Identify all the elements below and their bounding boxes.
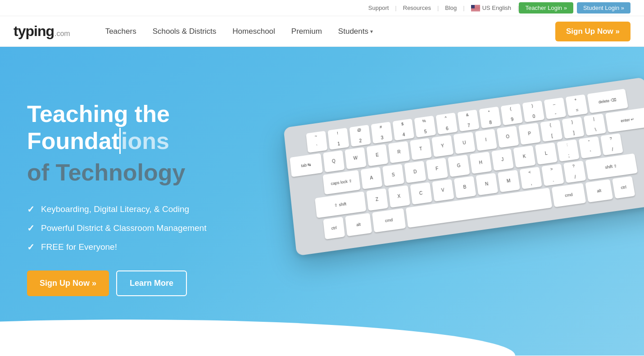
key-fwdslash: ?/	[563, 161, 586, 183]
key-v: V	[432, 179, 454, 202]
key-ctrl-r: ctrl	[612, 176, 635, 198]
keyboard-illustration: ~` !1 @2 #3 $4 %5 ^6 &7 *8 (9 )0 _- += d…	[283, 77, 644, 256]
nav-links: Teachers Schools & Districts Homeschool …	[97, 27, 555, 36]
key-o: O	[497, 126, 519, 148]
key-tilde: ~`	[306, 131, 327, 153]
feature-label-1: Keyboarding, Digital Literacy, & Coding	[41, 204, 189, 214]
key-capslock: caps lock ⇪	[322, 170, 360, 195]
key-cmd-r: cmd	[552, 183, 586, 207]
key-k: K	[513, 145, 535, 167]
hero-content: Teaching the Foundations of Technology ✓…	[27, 83, 288, 296]
feature-3: ✓ FREE for Everyone!	[27, 242, 288, 252]
keyboard: ~` !1 @2 #3 $4 %5 ^6 &7 *8 (9 )0 _- += d…	[283, 77, 644, 256]
students-dropdown-arrow: ▾	[370, 28, 373, 35]
key-m: M	[497, 170, 520, 192]
key-lbracket: {[	[540, 120, 562, 142]
key-period: >.	[541, 164, 564, 186]
teacher-login-button[interactable]: Teacher Login »	[519, 2, 573, 14]
feature-2: ✓ Powerful District & Classroom Manageme…	[27, 223, 288, 234]
key-7: &7	[457, 109, 479, 131]
key-alt-l: alt	[345, 213, 372, 236]
key-1: !1	[327, 128, 349, 150]
key-semicolon: :;	[557, 140, 579, 162]
feature-label-2: Powerful District & Classroom Management	[41, 223, 206, 233]
hero-learn-button[interactable]: Learn More	[116, 270, 187, 296]
hero-section: Teaching the Foundations of Technology ✓…	[0, 47, 644, 356]
key-5: %5	[414, 116, 436, 138]
key-cmd-l: cmd	[372, 208, 406, 233]
language-label: US English	[482, 5, 511, 11]
key-3: #3	[371, 122, 392, 144]
key-i: I	[475, 129, 497, 151]
key-comma: <,	[519, 167, 542, 189]
hero-title: Teaching the Foundations	[27, 101, 288, 155]
key-y: Y	[431, 135, 454, 157]
check-icon-1: ✓	[27, 204, 35, 215]
key-rbracket: }]	[562, 117, 584, 139]
key-w: W	[345, 147, 366, 169]
key-z: Z	[366, 188, 388, 211]
feature-label-3: FREE for Everyone!	[41, 242, 117, 252]
hero-features: ✓ Keyboarding, Digital Literacy, & Codin…	[27, 204, 288, 252]
key-quote: "'	[579, 136, 602, 158]
key-h: H	[470, 152, 492, 174]
key-a: A	[360, 167, 382, 189]
hero-signup-button[interactable]: Sign Up Now »	[27, 270, 109, 296]
top-bar-links: Support | Resources | Blog |	[362, 2, 630, 14]
logo-typing: typing	[14, 23, 54, 40]
nav-schools[interactable]: Schools & Districts	[145, 27, 225, 36]
key-d: D	[404, 161, 426, 183]
logo-dotcom: .com	[54, 30, 70, 38]
nav-homeschool[interactable]: Homeschool	[224, 27, 283, 36]
key-8: *8	[479, 107, 501, 129]
nav-premium[interactable]: Premium	[283, 27, 330, 36]
svg-rect-13	[471, 5, 475, 9]
key-t: T	[410, 138, 432, 160]
flag-icon	[471, 5, 480, 11]
logo[interactable]: typing.com	[14, 23, 70, 40]
key-e: E	[366, 144, 388, 166]
check-icon-3: ✓	[27, 242, 35, 252]
key-enter: enter ↵	[605, 108, 644, 133]
feature-1: ✓ Keyboarding, Digital Literacy, & Codin…	[27, 204, 288, 215]
key-s: S	[382, 164, 404, 186]
key-u: U	[453, 132, 475, 154]
key-q: Q	[323, 150, 345, 172]
key-x: X	[388, 185, 410, 208]
key-f: F	[426, 158, 448, 180]
hero-buttons: Sign Up Now » Learn More	[27, 270, 288, 296]
bottom-wave	[0, 320, 644, 356]
svg-rect-8	[471, 9, 480, 9]
hero-subtitle: of Technology	[27, 159, 288, 186]
nav-students[interactable]: Students ▾	[330, 27, 381, 36]
key-n: N	[476, 173, 498, 195]
resources-link[interactable]: Resources	[397, 5, 437, 11]
key-6: ^6	[435, 113, 458, 135]
svg-rect-12	[471, 10, 480, 11]
hero-cursor	[119, 128, 121, 154]
signup-nav-button[interactable]: Sign Up Now »	[555, 22, 630, 41]
key-c: C	[410, 182, 432, 205]
main-nav: typing.com Teachers Schools & Districts …	[0, 16, 644, 47]
key-b: B	[454, 176, 476, 198]
blog-link[interactable]: Blog	[439, 5, 463, 11]
student-login-button[interactable]: Student Login »	[577, 2, 630, 14]
key-r: R	[388, 141, 410, 163]
check-icon-2: ✓	[27, 223, 35, 234]
key-tab: tab ↹	[290, 153, 323, 177]
hero-title-light: ions	[121, 128, 169, 154]
key-9: (9	[500, 104, 523, 126]
key-alt-r: alt	[585, 179, 613, 203]
key-g: G	[448, 155, 470, 177]
support-link[interactable]: Support	[362, 5, 395, 11]
key-p: P	[518, 123, 541, 145]
language-selector[interactable]: US English	[465, 5, 517, 11]
key-ctrl-l: ctrl	[323, 216, 345, 239]
svg-rect-11	[471, 10, 480, 10]
nav-teachers[interactable]: Teachers	[97, 27, 145, 36]
key-backslash: |\	[584, 113, 606, 135]
key-l: L	[535, 142, 558, 164]
key-2: @2	[349, 125, 371, 147]
key-j: J	[491, 149, 514, 171]
svg-rect-10	[471, 9, 480, 10]
